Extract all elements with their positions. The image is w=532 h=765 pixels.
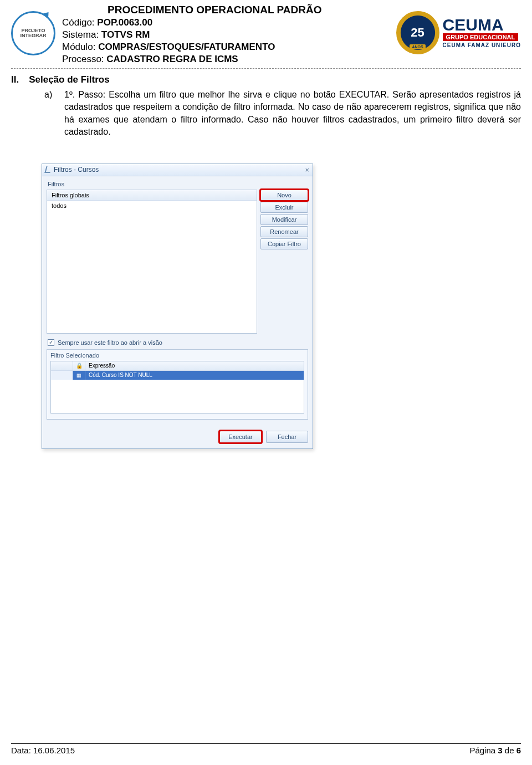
document-icon: ▦ xyxy=(76,373,81,378)
page-pre: Página xyxy=(469,746,498,755)
excluir-button[interactable]: Excluir xyxy=(260,202,308,213)
footer-page: Página 3 de 6 xyxy=(469,746,521,755)
processo-label: Processo: xyxy=(62,54,106,64)
col-blank xyxy=(51,361,73,370)
filters-area: Filtros globais todos Novo Excluir Modif… xyxy=(47,190,308,334)
filter-icon xyxy=(44,166,52,173)
ceuma-sub-text: GRUPO EDUCACIONAL xyxy=(443,33,519,41)
screenshot-wrapper: Filtros - Cursos × Filtros Filtros globa… xyxy=(42,164,313,449)
table-row[interactable]: ▦ Cód. Curso IS NOT NULL xyxy=(51,371,304,380)
ceuma-logo: CEUMA GRUPO EDUCACIONAL CEUMA FAMAZ UNIE… xyxy=(443,17,521,48)
filter-list[interactable]: Filtros globais todos xyxy=(47,190,257,334)
window-title: Filtros - Cursos xyxy=(54,166,99,174)
section-heading-row: II. Seleção de Filtros xyxy=(11,74,521,85)
filters-window: Filtros - Cursos × Filtros Filtros globa… xyxy=(42,164,313,449)
ceuma-line-text: CEUMA FAMAZ UNIEURO xyxy=(443,42,521,48)
doc-title: PROCEDIMENTO OPERACIONAL PADRÃO xyxy=(40,4,390,16)
selected-filter-table: 🔒 Expressão ▦ Cód. Curso IS NOT NULL xyxy=(50,361,304,414)
document-header: PROJETO INTEGRAR PROCEDIMENTO OPERACIONA… xyxy=(11,0,521,66)
selected-filter-group: Filtro Selecionado 🔒 Expressão ▦ Cód. Cu… xyxy=(47,349,308,420)
window-titlebar: Filtros - Cursos × xyxy=(42,164,313,176)
anniversary-badge: 25 xyxy=(396,11,439,54)
badge-number: 25 xyxy=(411,26,424,40)
sistema-label: Sistema: xyxy=(62,29,101,40)
codigo-label: Código: xyxy=(62,17,97,28)
always-use-filter-row: ✓ Sempre usar este filtro ao abrir a vis… xyxy=(48,339,308,346)
table-blank-area xyxy=(51,380,304,413)
ceuma-main-text: CEUMA xyxy=(443,17,504,32)
always-use-filter-checkbox[interactable]: ✓ xyxy=(48,339,54,346)
modificar-button[interactable]: Modificar xyxy=(260,214,308,225)
executar-button[interactable]: Executar xyxy=(219,431,262,443)
modulo-label: Módulo: xyxy=(62,42,98,52)
sistema-value: TOTVS RM xyxy=(101,29,150,40)
page-total: 6 xyxy=(516,746,521,755)
item-letter: a) xyxy=(44,89,54,139)
row-blank xyxy=(51,371,73,380)
codigo-value: POP.0063.00 xyxy=(97,17,152,28)
row-icon-cell: ▦ xyxy=(73,371,85,380)
logo-text-2: INTEGRAR xyxy=(21,33,47,38)
processo-value: CADASTRO REGRA DE ICMS xyxy=(106,54,238,64)
close-icon[interactable]: × xyxy=(305,166,309,174)
window-body: Filtros Filtros globais todos Novo Exclu… xyxy=(42,176,313,425)
table-header-row: 🔒 Expressão xyxy=(51,361,304,371)
document-footer: Data: 16.06.2015 Página 3 de 6 xyxy=(11,743,521,755)
col-expression-header: Expressão xyxy=(85,361,304,370)
list-item[interactable]: todos xyxy=(47,201,257,211)
section-number: II. xyxy=(11,74,19,85)
checkbox-label: Sempre usar este filtro ao abrir a visão xyxy=(58,339,162,346)
fechar-button[interactable]: Fechar xyxy=(266,431,308,443)
filters-group-label: Filtros xyxy=(48,181,308,187)
selected-filter-label: Filtro Selecionado xyxy=(50,352,304,359)
section-title: Seleção de Filtros xyxy=(29,74,110,85)
header-divider xyxy=(11,68,521,69)
renomear-button[interactable]: Renomear xyxy=(260,226,308,237)
logo-right-group: 25 CEUMA GRUPO EDUCACIONAL CEUMA FAMAZ U… xyxy=(396,11,521,54)
row-expression: Cód. Curso IS NOT NULL xyxy=(85,371,304,380)
footer-date: Data: 16.06.2015 xyxy=(11,746,75,755)
bottom-button-row: Executar Fechar xyxy=(42,425,313,448)
lock-icon: 🔒 xyxy=(76,363,83,369)
item-text: 1º. Passo: Escolha um filtro que melhor … xyxy=(64,89,521,139)
novo-button[interactable]: Novo xyxy=(260,190,308,201)
page-mid: de xyxy=(503,746,516,755)
modulo-value: COMPRAS/ESTOQUES/FATURAMENTO xyxy=(98,42,275,52)
header-text-block: PROCEDIMENTO OPERACIONAL PADRÃO Código: … xyxy=(62,3,390,65)
section-item-row: a) 1º. Passo: Escolha um filtro que melh… xyxy=(44,89,521,139)
projeto-integrar-logo: PROJETO INTEGRAR xyxy=(11,11,55,55)
copiar-filtro-button[interactable]: Copiar Filtro xyxy=(260,238,308,249)
button-column: Novo Excluir Modificar Renomear Copiar F… xyxy=(260,190,308,334)
col-lock-header: 🔒 xyxy=(73,361,85,370)
page-num: 3 xyxy=(498,746,502,755)
filter-list-header: Filtros globais xyxy=(47,190,257,201)
